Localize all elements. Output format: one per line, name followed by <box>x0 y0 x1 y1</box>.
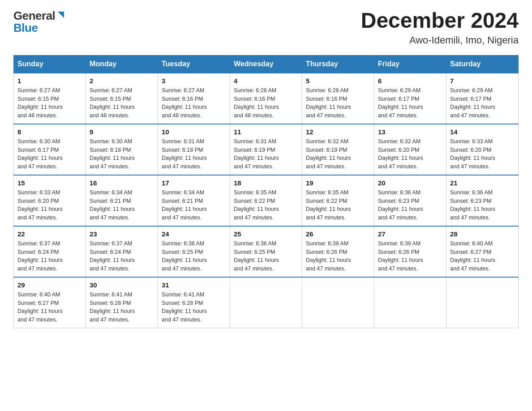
calendar-cell: 22 Sunrise: 6:37 AM Sunset: 6:24 PM Dayl… <box>14 226 86 277</box>
calendar-cell: 16 Sunrise: 6:34 AM Sunset: 6:21 PM Dayl… <box>86 175 158 226</box>
day-info: Sunrise: 6:37 AM Sunset: 6:24 PM Dayligh… <box>90 240 154 273</box>
day-number: 7 <box>450 77 515 85</box>
day-number: 17 <box>162 179 226 187</box>
calendar-cell: 11 Sunrise: 6:31 AM Sunset: 6:19 PM Dayl… <box>230 124 302 175</box>
svg-marker-0 <box>58 12 64 18</box>
day-number: 9 <box>90 128 154 136</box>
day-info: Sunrise: 6:31 AM Sunset: 6:19 PM Dayligh… <box>234 137 298 171</box>
calendar-cell: 27 Sunrise: 6:39 AM Sunset: 6:26 PM Dayl… <box>374 226 446 277</box>
day-info: Sunrise: 6:36 AM Sunset: 6:23 PM Dayligh… <box>378 188 442 222</box>
weekday-header-monday: Monday <box>86 55 158 73</box>
day-number: 2 <box>90 77 154 85</box>
day-info: Sunrise: 6:38 AM Sunset: 6:25 PM Dayligh… <box>234 240 298 273</box>
calendar-header: SundayMondayTuesdayWednesdayThursdayFrid… <box>14 55 519 73</box>
calendar-week-5: 29 Sunrise: 6:40 AM Sunset: 6:27 PM Dayl… <box>14 277 519 328</box>
weekday-header-thursday: Thursday <box>302 55 374 73</box>
day-info: Sunrise: 6:30 AM Sunset: 6:18 PM Dayligh… <box>90 137 154 171</box>
calendar-cell: 29 Sunrise: 6:40 AM Sunset: 6:27 PM Dayl… <box>14 277 86 328</box>
logo: General Blue <box>13 9 66 35</box>
calendar-cell: 10 Sunrise: 6:31 AM Sunset: 6:18 PM Dayl… <box>158 124 230 175</box>
calendar-cell: 18 Sunrise: 6:35 AM Sunset: 6:22 PM Dayl… <box>230 175 302 226</box>
day-info: Sunrise: 6:34 AM Sunset: 6:21 PM Dayligh… <box>162 188 226 222</box>
calendar-cell: 30 Sunrise: 6:41 AM Sunset: 6:28 PM Dayl… <box>86 277 158 328</box>
day-number: 4 <box>234 77 298 85</box>
day-number: 21 <box>450 179 515 187</box>
calendar-cell: 8 Sunrise: 6:30 AM Sunset: 6:17 PM Dayli… <box>14 124 86 175</box>
calendar-cell <box>446 277 519 328</box>
page-header: General Blue December 2024 Awo-Idemili, … <box>13 9 519 46</box>
day-info: Sunrise: 6:35 AM Sunset: 6:22 PM Dayligh… <box>306 188 370 222</box>
day-number: 26 <box>306 230 370 238</box>
calendar-cell: 25 Sunrise: 6:38 AM Sunset: 6:25 PM Dayl… <box>230 226 302 277</box>
day-number: 20 <box>378 179 442 187</box>
day-info: Sunrise: 6:27 AM Sunset: 6:16 PM Dayligh… <box>162 86 226 120</box>
weekday-header-saturday: Saturday <box>446 55 519 73</box>
day-info: Sunrise: 6:38 AM Sunset: 6:25 PM Dayligh… <box>162 240 226 273</box>
calendar-cell <box>374 277 446 328</box>
day-number: 3 <box>162 77 226 85</box>
calendar-cell: 6 Sunrise: 6:29 AM Sunset: 6:17 PM Dayli… <box>374 73 446 124</box>
day-info: Sunrise: 6:41 AM Sunset: 6:28 PM Dayligh… <box>90 291 154 324</box>
day-number: 14 <box>450 128 515 136</box>
calendar-week-1: 1 Sunrise: 6:27 AM Sunset: 6:15 PM Dayli… <box>14 73 519 124</box>
day-info: Sunrise: 6:39 AM Sunset: 6:26 PM Dayligh… <box>378 240 442 273</box>
day-number: 19 <box>306 179 370 187</box>
day-number: 11 <box>234 128 298 136</box>
calendar-cell: 1 Sunrise: 6:27 AM Sunset: 6:15 PM Dayli… <box>14 73 86 124</box>
day-number: 23 <box>90 230 154 238</box>
weekday-header-sunday: Sunday <box>14 55 86 73</box>
calendar-cell: 31 Sunrise: 6:41 AM Sunset: 6:28 PM Dayl… <box>158 277 230 328</box>
day-number: 29 <box>17 281 82 289</box>
day-number: 5 <box>306 77 370 85</box>
calendar-cell: 2 Sunrise: 6:27 AM Sunset: 6:15 PM Dayli… <box>86 73 158 124</box>
day-info: Sunrise: 6:37 AM Sunset: 6:24 PM Dayligh… <box>17 240 82 273</box>
calendar-cell: 15 Sunrise: 6:33 AM Sunset: 6:20 PM Dayl… <box>14 175 86 226</box>
day-info: Sunrise: 6:27 AM Sunset: 6:15 PM Dayligh… <box>90 86 154 120</box>
day-info: Sunrise: 6:29 AM Sunset: 6:17 PM Dayligh… <box>450 86 515 120</box>
day-number: 12 <box>306 128 370 136</box>
day-info: Sunrise: 6:39 AM Sunset: 6:26 PM Dayligh… <box>306 240 370 273</box>
location-subtitle: Awo-Idemili, Imo, Nigeria <box>361 34 519 46</box>
calendar-week-4: 22 Sunrise: 6:37 AM Sunset: 6:24 PM Dayl… <box>14 226 519 277</box>
day-info: Sunrise: 6:41 AM Sunset: 6:28 PM Dayligh… <box>162 291 226 324</box>
calendar-cell: 20 Sunrise: 6:36 AM Sunset: 6:23 PM Dayl… <box>374 175 446 226</box>
day-info: Sunrise: 6:27 AM Sunset: 6:15 PM Dayligh… <box>17 86 82 120</box>
day-info: Sunrise: 6:28 AM Sunset: 6:16 PM Dayligh… <box>234 86 298 120</box>
calendar-cell: 7 Sunrise: 6:29 AM Sunset: 6:17 PM Dayli… <box>446 73 519 124</box>
day-number: 10 <box>162 128 226 136</box>
weekday-header-friday: Friday <box>374 55 446 73</box>
day-info: Sunrise: 6:35 AM Sunset: 6:22 PM Dayligh… <box>234 188 298 222</box>
calendar-week-3: 15 Sunrise: 6:33 AM Sunset: 6:20 PM Dayl… <box>14 175 519 226</box>
day-number: 18 <box>234 179 298 187</box>
logo-arrow-icon <box>56 10 66 21</box>
month-year-title: December 2024 <box>361 9 519 33</box>
day-number: 13 <box>378 128 442 136</box>
day-info: Sunrise: 6:40 AM Sunset: 6:27 PM Dayligh… <box>450 240 515 273</box>
day-info: Sunrise: 6:28 AM Sunset: 6:16 PM Dayligh… <box>306 86 370 120</box>
day-info: Sunrise: 6:33 AM Sunset: 6:20 PM Dayligh… <box>450 137 515 171</box>
calendar-cell: 3 Sunrise: 6:27 AM Sunset: 6:16 PM Dayli… <box>158 73 230 124</box>
day-number: 6 <box>378 77 442 85</box>
day-info: Sunrise: 6:33 AM Sunset: 6:20 PM Dayligh… <box>17 188 82 222</box>
weekday-header-wednesday: Wednesday <box>230 55 302 73</box>
logo-blue-text: Blue <box>13 21 38 35</box>
calendar-cell: 21 Sunrise: 6:36 AM Sunset: 6:23 PM Dayl… <box>446 175 519 226</box>
calendar-table: SundayMondayTuesdayWednesdayThursdayFrid… <box>13 55 519 328</box>
day-info: Sunrise: 6:30 AM Sunset: 6:17 PM Dayligh… <box>17 137 82 171</box>
calendar-cell: 13 Sunrise: 6:32 AM Sunset: 6:20 PM Dayl… <box>374 124 446 175</box>
day-info: Sunrise: 6:29 AM Sunset: 6:17 PM Dayligh… <box>378 86 442 120</box>
calendar-cell: 5 Sunrise: 6:28 AM Sunset: 6:16 PM Dayli… <box>302 73 374 124</box>
day-number: 28 <box>450 230 515 238</box>
day-number: 22 <box>17 230 82 238</box>
calendar-cell <box>302 277 374 328</box>
day-info: Sunrise: 6:40 AM Sunset: 6:27 PM Dayligh… <box>17 291 82 324</box>
calendar-cell: 26 Sunrise: 6:39 AM Sunset: 6:26 PM Dayl… <box>302 226 374 277</box>
calendar-cell: 14 Sunrise: 6:33 AM Sunset: 6:20 PM Dayl… <box>446 124 519 175</box>
weekday-header-tuesday: Tuesday <box>158 55 230 73</box>
day-info: Sunrise: 6:31 AM Sunset: 6:18 PM Dayligh… <box>162 137 226 171</box>
day-info: Sunrise: 6:34 AM Sunset: 6:21 PM Dayligh… <box>90 188 154 222</box>
day-number: 24 <box>162 230 226 238</box>
day-number: 8 <box>17 128 82 136</box>
calendar-cell: 28 Sunrise: 6:40 AM Sunset: 6:27 PM Dayl… <box>446 226 519 277</box>
calendar-cell: 19 Sunrise: 6:35 AM Sunset: 6:22 PM Dayl… <box>302 175 374 226</box>
